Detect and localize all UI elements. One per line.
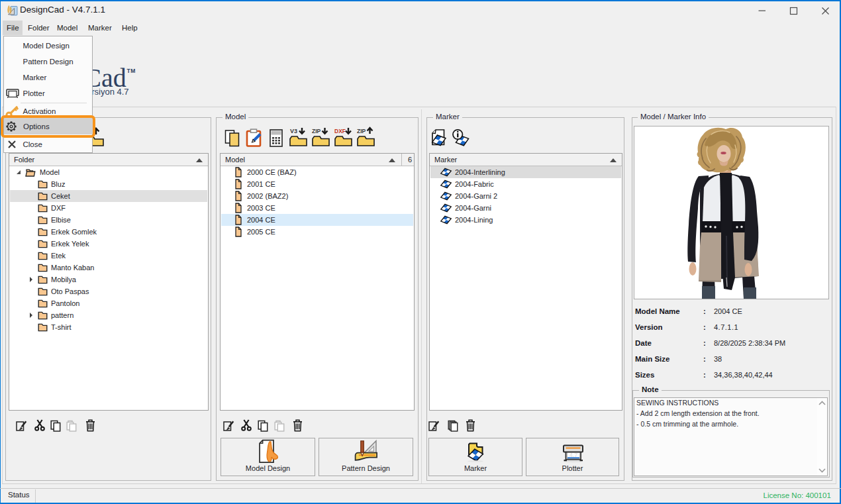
- svg-text:V3: V3: [290, 128, 297, 134]
- svg-text:ZIP: ZIP: [312, 128, 321, 134]
- svg-text:ZIP: ZIP: [357, 128, 366, 134]
- svg-text:DXF: DXF: [334, 128, 346, 134]
